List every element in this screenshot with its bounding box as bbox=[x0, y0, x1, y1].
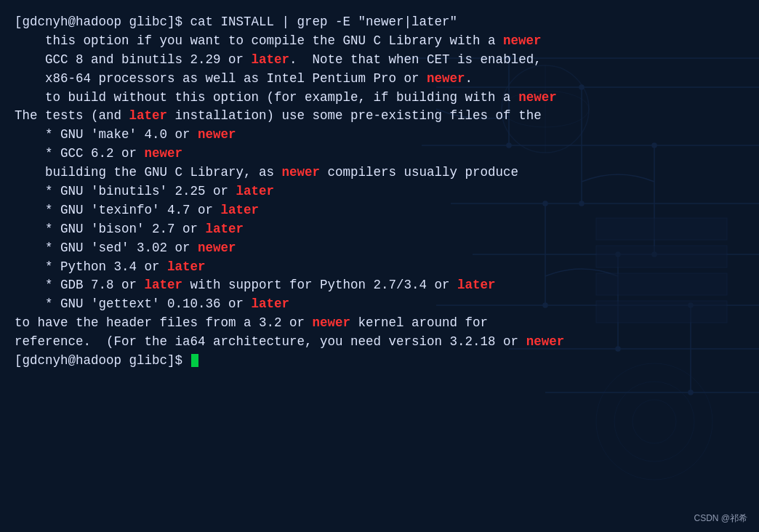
output-lines: this option if you want to compile the G… bbox=[15, 32, 744, 371]
terminal-line-3: to build without this option (for exampl… bbox=[15, 89, 744, 108]
terminal-line-16: reference. (For the ia64 architecture, y… bbox=[15, 333, 744, 352]
terminal-line-14: * GNU 'gettext' 0.10.36 or later bbox=[15, 295, 744, 314]
terminal-line-7: building the GNU C Library, as newer com… bbox=[15, 164, 744, 182]
terminal-line-9: * GNU 'texinfo' 4.7 or later bbox=[15, 201, 744, 220]
terminal-line-13: * GDB 7.8 or later with support for Pyth… bbox=[15, 276, 744, 295]
terminal-line-17: [gdcnyh@hadoop glibc]$ bbox=[15, 352, 744, 371]
command-line: [gdcnyh@hadoop glibc]$ cat INSTALL | gre… bbox=[15, 13, 744, 32]
terminal-line-5: * GNU 'make' 4.0 or newer bbox=[15, 126, 744, 145]
terminal-cursor bbox=[191, 354, 198, 367]
terminal-line-11: * GNU 'sed' 3.02 or newer bbox=[15, 239, 744, 258]
terminal-line-0: this option if you want to compile the G… bbox=[15, 32, 744, 51]
terminal-line-12: * Python 3.4 or later bbox=[15, 258, 744, 277]
terminal-line-2: x86-64 processors as well as Intel Penti… bbox=[15, 70, 744, 89]
terminal-line-6: * GCC 6.2 or newer bbox=[15, 145, 744, 164]
terminal: [gdcnyh@hadoop glibc]$ cat INSTALL | gre… bbox=[0, 0, 759, 532]
terminal-line-10: * GNU 'bison' 2.7 or later bbox=[15, 220, 744, 239]
terminal-line-15: to have the header files from a 3.2 or n… bbox=[15, 314, 744, 333]
terminal-line-8: * GNU 'binutils' 2.25 or later bbox=[15, 182, 744, 201]
watermark: CSDN @祁希 bbox=[694, 512, 747, 525]
terminal-line-4: The tests (and later installation) use s… bbox=[15, 107, 744, 126]
terminal-line-1: GCC 8 and binutils 2.29 or later. Note t… bbox=[15, 51, 744, 70]
